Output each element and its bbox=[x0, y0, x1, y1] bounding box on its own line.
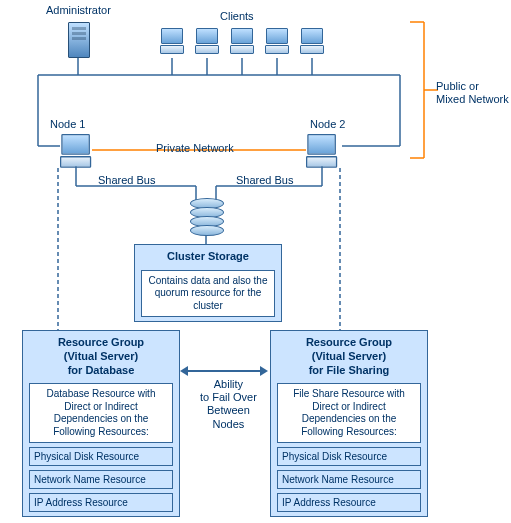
arrow-left-icon bbox=[180, 366, 188, 376]
failover-label: Ability to Fail Over Between Nodes bbox=[200, 378, 257, 431]
arrow-right-icon bbox=[260, 366, 268, 376]
node2-label: Node 2 bbox=[310, 118, 345, 130]
resource-group-fs-desc: File Share Resource with Direct or Indir… bbox=[277, 383, 421, 443]
shared-bus-left-label: Shared Bus bbox=[98, 174, 155, 186]
cluster-storage-box: Cluster Storage Contains data and also t… bbox=[134, 244, 282, 322]
public-network-label: Public or Mixed Network bbox=[436, 80, 509, 106]
resource-item: Network Name Resource bbox=[277, 470, 421, 489]
resource-item: Physical Disk Resource bbox=[277, 447, 421, 466]
cluster-storage-desc: Contains data and also the quorum resour… bbox=[141, 270, 275, 318]
resource-group-db-title: Resource Group (Vitual Server) for Datab… bbox=[23, 331, 179, 379]
resource-item: Network Name Resource bbox=[29, 470, 173, 489]
client-icon bbox=[230, 28, 254, 56]
failover-arrow bbox=[186, 370, 262, 372]
shared-bus-right-label: Shared Bus bbox=[236, 174, 293, 186]
clients-label: Clients bbox=[220, 10, 254, 22]
node2-icon bbox=[306, 134, 337, 170]
resource-group-fs-title: Resource Group (Vitual Server) for File … bbox=[271, 331, 427, 379]
client-icon bbox=[265, 28, 289, 56]
client-icon bbox=[300, 28, 324, 56]
cluster-storage-title: Cluster Storage bbox=[135, 245, 281, 266]
resource-group-db-desc: Database Resource with Direct or Indirec… bbox=[29, 383, 173, 443]
resource-group-fs: Resource Group (Vitual Server) for File … bbox=[270, 330, 428, 517]
administrator-icon bbox=[68, 22, 90, 58]
resource-item: IP Address Resource bbox=[29, 493, 173, 512]
private-network-label: Private Network bbox=[156, 142, 234, 154]
cluster-disks-icon bbox=[190, 200, 224, 232]
client-icon bbox=[195, 28, 219, 56]
node1-icon bbox=[60, 134, 91, 170]
resource-item: Physical Disk Resource bbox=[29, 447, 173, 466]
resource-item: IP Address Resource bbox=[277, 493, 421, 512]
administrator-label: Administrator bbox=[46, 4, 111, 16]
client-icon bbox=[160, 28, 184, 56]
node1-label: Node 1 bbox=[50, 118, 85, 130]
resource-group-db: Resource Group (Vitual Server) for Datab… bbox=[22, 330, 180, 517]
